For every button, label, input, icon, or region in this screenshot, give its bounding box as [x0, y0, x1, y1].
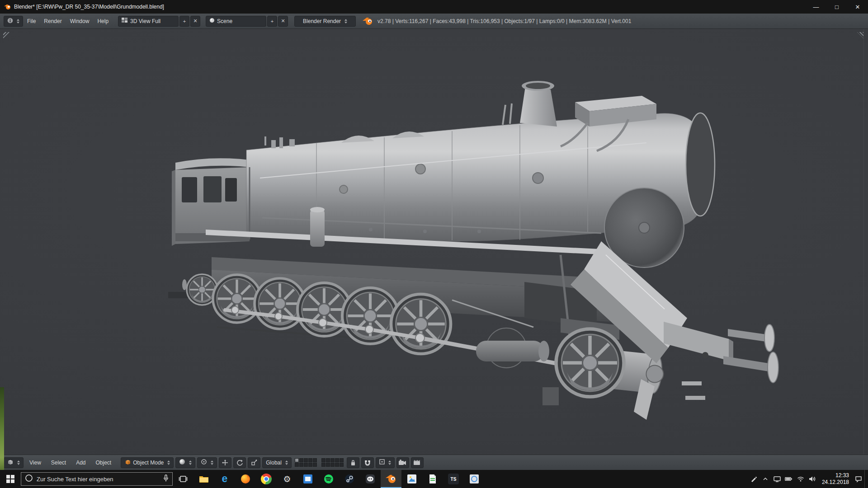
settings-gear-icon: ⚙	[283, 475, 291, 483]
svg-text:e: e	[222, 474, 228, 484]
green-document-icon	[427, 474, 438, 484]
volume-tray-button[interactable]	[807, 470, 818, 488]
opengl-render-button[interactable]	[396, 457, 409, 468]
start-button[interactable]	[0, 470, 21, 488]
misc-app-button[interactable]	[464, 470, 485, 488]
tray-overflow-button[interactable]	[760, 470, 771, 488]
menu-render[interactable]: Render	[40, 18, 66, 24]
chrome-button[interactable]	[256, 470, 277, 488]
close-button[interactable]: ✕	[847, 0, 868, 14]
chevron-up-icon	[763, 477, 768, 481]
manipulator-translate-button[interactable]	[219, 457, 231, 468]
spotify-button[interactable]	[318, 470, 339, 488]
render-engine-selector[interactable]: Blender Render	[294, 16, 356, 27]
display-tray-button[interactable]	[771, 470, 783, 488]
blender-app-icon	[4, 4, 11, 10]
editor-type-button[interactable]	[4, 16, 23, 27]
close-scene-button[interactable]: ✕	[278, 16, 288, 27]
spotify-icon	[323, 474, 334, 484]
scene-selector[interactable]: Scene	[206, 16, 266, 27]
speaker-icon	[809, 476, 816, 482]
microphone-icon[interactable]	[163, 474, 169, 483]
menu-select[interactable]: Select	[47, 460, 70, 466]
window-titlebar[interactable]: Blender* [E:\RW\Pw_DR 50_35-37\Modell\Gr…	[0, 0, 868, 14]
scene-group: Scene + ✕	[206, 16, 288, 27]
mode-selector[interactable]: Object Mode	[121, 457, 174, 468]
photos-icon	[406, 474, 417, 484]
3d-viewport[interactable]	[0, 29, 868, 455]
clock-date: 24.12.2018	[822, 479, 849, 486]
teamspeak-button[interactable]: TS	[443, 470, 464, 488]
opengl-render-anim-button[interactable]	[411, 457, 424, 468]
battery-tray-button[interactable]	[783, 470, 795, 488]
mode-name: Object Mode	[133, 460, 164, 466]
menu-window[interactable]: Window	[66, 18, 94, 24]
render-engine-name: Blender Render	[303, 18, 341, 24]
taskbar-clock[interactable]: 12:33 24.12.2018	[818, 472, 853, 486]
orientation-selector[interactable]: Global	[262, 457, 292, 468]
snap-element-selector[interactable]	[376, 457, 395, 468]
add-layout-button[interactable]: +	[179, 16, 189, 27]
manipulator-rotate-button[interactable]	[233, 457, 246, 468]
layers-widget-group-2[interactable]	[321, 458, 344, 467]
file-explorer-button[interactable]	[193, 470, 214, 488]
pivot-selector[interactable]	[197, 457, 217, 468]
menu-file[interactable]: File	[23, 18, 40, 24]
close-layout-button[interactable]: ✕	[190, 16, 200, 27]
wifi-icon	[797, 476, 804, 482]
screen-layout-selector[interactable]: 3D View Full	[118, 16, 179, 27]
steam-button[interactable]	[339, 470, 360, 488]
photos-button[interactable]	[401, 470, 422, 488]
editor-type-arrows-icon	[17, 460, 20, 465]
menu-help[interactable]: Help	[93, 18, 113, 24]
windows-logo-icon	[6, 475, 14, 483]
desktop: Blender* [E:\RW\Pw_DR 50_35-37\Modell\Gr…	[0, 0, 868, 488]
pen-icon	[750, 476, 757, 482]
snap-arrows-icon	[388, 460, 391, 465]
editor-type-arrows-icon	[17, 19, 19, 23]
windows-ink-button[interactable]	[748, 470, 760, 488]
menu-add[interactable]: Add	[72, 460, 90, 466]
shading-selector[interactable]	[175, 457, 195, 468]
screen-layout-icon	[122, 18, 128, 24]
settings-button[interactable]: ⚙	[277, 470, 297, 488]
green-document-app-button[interactable]	[422, 470, 443, 488]
blue-window-app-button[interactable]	[297, 470, 318, 488]
window-title: Blender* [E:\RW\Pw_DR 50_35-37\Modell\Gr…	[14, 4, 164, 10]
chrome-icon	[261, 474, 272, 484]
lock-icon	[350, 460, 356, 466]
viewport-edge	[863, 29, 864, 455]
layers-widget-group-1[interactable]	[295, 458, 317, 467]
firefox-button[interactable]	[235, 470, 256, 488]
orientation-name: Global	[266, 460, 282, 466]
maximize-button[interactable]: □	[826, 0, 847, 14]
show-desktop-button[interactable]	[864, 470, 868, 488]
snap-toggle-button[interactable]	[361, 457, 374, 468]
manip-scale-button[interactable]	[248, 457, 260, 468]
viewport-editor-type-button[interactable]	[4, 457, 24, 468]
add-scene-button[interactable]: +	[267, 16, 277, 27]
menu-view[interactable]: View	[25, 460, 45, 466]
edge-button[interactable]: e	[214, 470, 235, 488]
viewport-header: View Select Add Object Object Mode	[0, 455, 868, 470]
lock-to-scene-button[interactable]	[347, 457, 359, 468]
3d-view-editor-icon	[7, 459, 14, 466]
orientation-arrows-icon	[285, 460, 288, 465]
taskbar-search[interactable]: Zur Suche Text hier eingeben	[21, 472, 173, 486]
discord-icon	[365, 474, 376, 484]
teamspeak-icon: TS	[448, 474, 459, 484]
clapper-icon	[414, 460, 420, 465]
menu-object[interactable]: Object	[92, 460, 116, 466]
blender-taskbar-button[interactable]	[381, 470, 401, 488]
network-tray-button[interactable]	[795, 470, 807, 488]
minimize-button[interactable]: —	[806, 0, 826, 14]
clock-time: 12:33	[822, 472, 849, 479]
locomotive-model[interactable]	[0, 29, 868, 455]
action-center-button[interactable]	[853, 470, 864, 488]
discord-button[interactable]	[360, 470, 381, 488]
task-view-button[interactable]	[173, 470, 193, 488]
scene-name: Scene	[217, 18, 232, 24]
taskbar: Zur Suche Text hier eingeben e ⚙	[0, 470, 868, 488]
pivot-arrows-icon	[211, 460, 213, 465]
info-editor-header: File Render Window Help 3D View Full + ✕…	[0, 14, 868, 29]
